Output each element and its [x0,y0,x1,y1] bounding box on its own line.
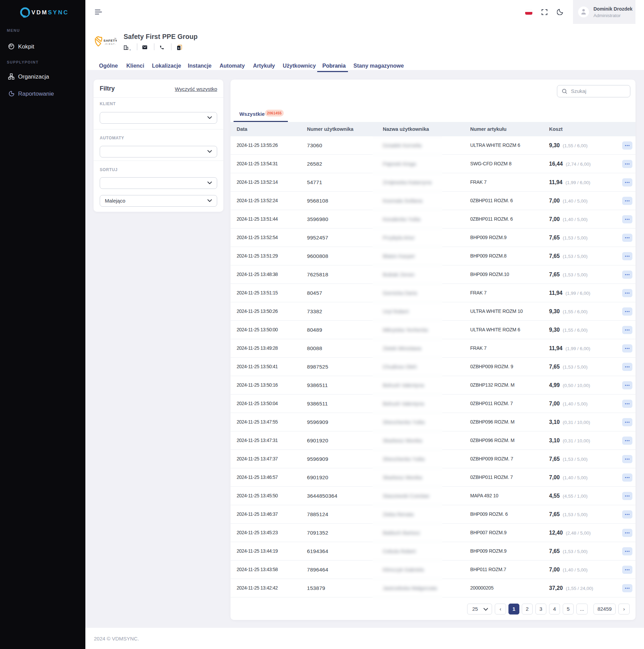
svg-text:-FIRST-: -FIRST- [104,43,116,45]
svg-text:TM: TM [114,38,116,39]
svg-text:s: s [178,46,180,50]
svg-text:SAFETY: SAFETY [103,39,117,42]
